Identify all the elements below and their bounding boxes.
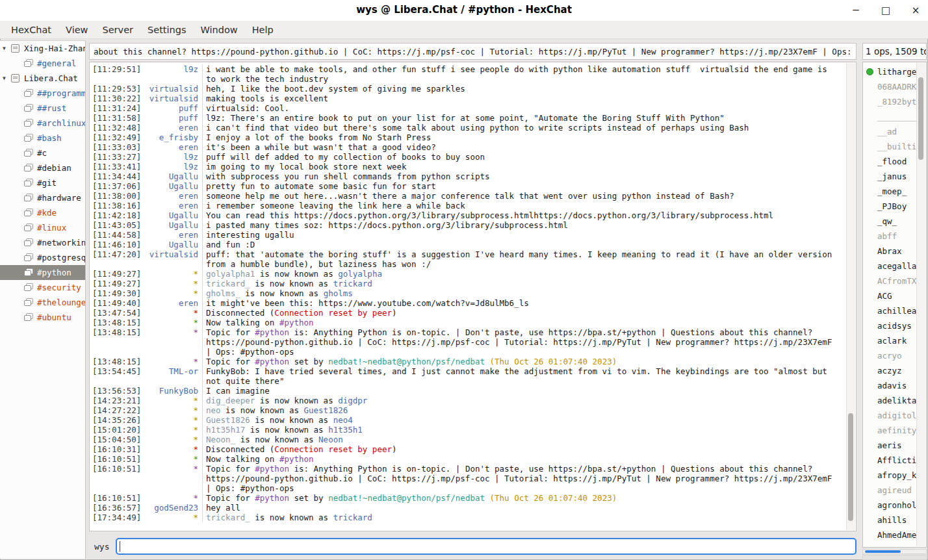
chat-message: [11:38:00]erensomeone help me out here..… [90, 191, 847, 201]
sidebar-item-bash[interactable]: #bash [0, 131, 85, 146]
user-list-item-068aadrkn[interactable]: 068AADRKN [863, 79, 918, 94]
timestamp: [13:56:53] [90, 386, 144, 396]
message-text: dig_deeper is now known as digdpr [202, 396, 847, 405]
user-list-item-litharge[interactable]: litharge [863, 64, 918, 79]
user-list-item-8192byte[interactable]: _8192byte [863, 94, 918, 109]
sidebar-item-debian[interactable]: #debian [0, 160, 85, 175]
userlist-scrollbar[interactable] [916, 63, 925, 546]
sidebar-item-hardware[interactable]: #hardware [0, 190, 85, 205]
channel-icon [23, 59, 34, 68]
user-list-item-aclark[interactable]: aclark [863, 333, 918, 348]
message-text: Now talking on #python [202, 454, 847, 464]
chat-message: [11:29:53]virtualsidheh, I like the boot… [90, 84, 847, 94]
userlist-hscrollbar[interactable] [862, 549, 927, 554]
close-icon[interactable]: × [909, 3, 923, 18]
channel-icon [23, 283, 34, 292]
event-star: * [144, 288, 202, 298]
sidebar-item-thelounge[interactable]: #thelounge [0, 295, 85, 310]
chat-scrollbar[interactable] [846, 63, 855, 530]
user-nick: acryo [877, 351, 902, 361]
userlist-scrollbar-thumb[interactable] [918, 77, 923, 159]
sidebar-item-python[interactable]: #python [0, 265, 85, 280]
user-list-item-abrax[interactable]: Abrax [863, 244, 918, 259]
message-input[interactable] [116, 538, 857, 555]
message-segment: Neoon [318, 435, 343, 444]
user-list-item-acfromtx[interactable]: ACfromTX [863, 274, 918, 288]
sidebar-item-linux[interactable]: #linux [0, 220, 85, 235]
user-list-item-janus[interactable]: _janus [863, 169, 918, 184]
user-list-item-aczyz[interactable]: aczyz [863, 363, 918, 378]
message-segment: ) [392, 444, 397, 454]
chat-message: [11:42:18]UgalluYou can read this https:… [90, 210, 847, 220]
user-list-item-qw[interactable]: _qw_ [863, 214, 918, 229]
tree-server-xing-hai-zhan[interactable]: ▼Xing-Hai-Zhan [0, 41, 85, 56]
menu-item-server[interactable]: Server [95, 23, 140, 37]
sidebar-item-c[interactable]: #c [0, 146, 85, 160]
menu-item-hexchat[interactable]: HexChat [4, 23, 58, 37]
menu-item-help[interactable]: Help [245, 23, 281, 37]
minimize-icon[interactable]: ─ [849, 3, 863, 18]
message-text: im going to my local book store next wee… [202, 162, 847, 172]
user-nick: Affliction [877, 455, 918, 465]
user-list-item-aeris[interactable]: aeris [863, 438, 918, 453]
menu-item-window[interactable]: Window [194, 23, 245, 37]
menu-item-settings[interactable]: Settings [140, 23, 193, 37]
user-list-item-acryo[interactable]: acryo [863, 348, 918, 363]
chat-scrollbar-thumb[interactable] [848, 413, 853, 520]
chat-message: [11:33:03]erenit's been a while but wasn… [90, 142, 847, 152]
user-list-item-affliction[interactable]: Affliction [863, 453, 918, 468]
sidebar-item-security[interactable]: #security [0, 280, 85, 295]
sidebar-item-ubuntu[interactable]: #ubuntu [0, 310, 85, 325]
message-text: Disconnected (Connection reset by peer) [202, 308, 847, 318]
sidebar-item-git[interactable]: #git [0, 175, 85, 190]
sidebar-item-archlinux[interactable]: #archlinux [0, 116, 85, 131]
message-segment: Now talking on [206, 318, 279, 327]
titlebar[interactable]: wys @ Libera.Chat / #python - HexChat ─ … [0, 0, 928, 21]
channel-icon [23, 223, 34, 233]
sidebar-item-postgresql[interactable]: #postgresql [0, 250, 85, 265]
nick: Ugallu [144, 220, 202, 230]
user-list-item-ahills[interactable]: ahills [863, 513, 918, 528]
channel-icon [23, 194, 34, 203]
message-segment: gholms_ [206, 288, 240, 298]
sidebar-item-general[interactable]: #general [0, 56, 85, 71]
sidebar-item-rust[interactable]: ##rust [0, 101, 85, 116]
maximize-icon[interactable]: □ [879, 3, 893, 18]
message-segment: l9z: There's an entire book to put on yo… [206, 113, 725, 123]
expander-icon[interactable]: ▼ [3, 75, 10, 81]
topic-input[interactable]: about this channel? https://pound-python… [89, 43, 857, 60]
chat-message: [16:10:31]*Disconnected (Connection rese… [90, 444, 847, 454]
expander-icon[interactable]: ▼ [3, 45, 10, 51]
message-text: l9z: There's an entire book to put on yo… [202, 113, 847, 123]
user-list-item-acegalla[interactable]: acegalla- [863, 259, 918, 274]
user-list-item-abff[interactable]: abff [863, 229, 918, 244]
user-list-item-ahmedamer[interactable]: AhmedAmer [863, 528, 918, 542]
user-list-item-adigitole[interactable]: adigitole [863, 408, 918, 423]
user-list-item-aefinity[interactable]: aefinity [863, 423, 918, 438]
user-list-item-acg[interactable]: ACG [863, 288, 918, 303]
user-list-item-[interactable]: ________ [863, 109, 918, 124]
userlist-hscrollbar-thumb[interactable] [865, 550, 901, 553]
sidebar-item-kde[interactable]: #kde [0, 205, 85, 220]
user-list-item-flood[interactable]: _flood [863, 154, 918, 169]
user-list-item-builtin[interactable]: __builtin [863, 139, 918, 154]
user-list-item-pjboy[interactable]: _PJBoy [863, 199, 918, 214]
user-list-item-moep[interactable]: _moep_ [863, 184, 918, 199]
user-list-item-acidsys[interactable]: acidsys [863, 318, 918, 333]
chat-message: [11:29:51]l9zi want be able to make tool… [90, 64, 847, 84]
menu-item-view[interactable]: View [58, 23, 95, 37]
user-list-item-agireud[interactable]: agireud [863, 483, 918, 498]
tree-server-libera-chat[interactable]: ▼Libera.Chat [0, 71, 85, 86]
timestamp: [11:49:30] [90, 288, 144, 298]
user-list-item-ad[interactable]: __ad [863, 124, 918, 139]
sidebar-item-networking[interactable]: #networking [0, 235, 85, 250]
message-text: trickard_ is now known as trickard [202, 279, 847, 288]
user-list-item-afropy-ke[interactable]: afropy_ke [863, 468, 918, 483]
user-list-item-achilleas[interactable]: achilleas [863, 303, 918, 318]
sidebar-item-programmi[interactable]: ##programmi [0, 86, 85, 101]
user-list-item-adeliktas[interactable]: adeliktas [863, 393, 918, 408]
event-star: * [144, 454, 202, 464]
user-list-item-adavis[interactable]: adavis [863, 378, 918, 393]
user-list-item-agronholm[interactable]: agronholm [863, 498, 918, 513]
bottom-resize-track[interactable] [862, 555, 927, 560]
